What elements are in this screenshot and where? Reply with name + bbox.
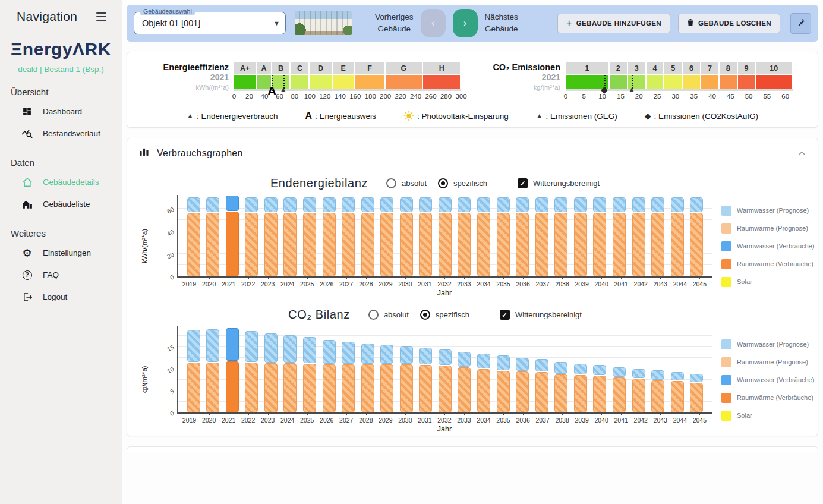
x-tick-label: 2031 [415,281,434,288]
warmwasser-segment [554,197,567,213]
legend-item[interactable]: Warmwasser (Prognose) [721,339,818,349]
delete-building-button[interactable]: GEBÄUDE LÖSCHEN [678,14,780,33]
warmwasser-segment [458,197,471,213]
sidebar-item-gebäudeliste[interactable]: Gebäudeliste [0,193,122,215]
question-icon: ? [21,269,33,281]
raumwaerme-segment [651,380,664,412]
legend-item[interactable]: Warmwasser (Verbräuche) [721,241,818,251]
absolut-radio[interactable] [368,310,379,320]
scale-band-color [610,75,627,89]
scale-band-color [720,75,737,89]
legend-item[interactable]: Solar [721,277,818,287]
raumwaerme-segment [303,213,316,276]
building-select[interactable]: Gebäudeauswahl Objekt 01 [001] ▼ [134,12,286,34]
legend-item[interactable]: Warmwasser (Prognose) [721,206,818,216]
x-tick-label: 2022 [238,417,258,424]
raumwaerme-segment [419,213,432,276]
legend-swatch [721,241,731,251]
scale-band-label: 5 [664,62,682,74]
raumwaerme-segment [535,372,548,412]
bar-2032 [439,197,452,276]
warmwasser-segment [554,362,567,374]
raumwaerme-segment [497,371,510,412]
legend-item[interactable]: Solar [721,411,818,421]
add-building-button[interactable]: + GEBÄUDE HINZUFÜGEN [557,14,670,33]
bar-2034 [477,354,490,412]
scale-tick-label: 120 [319,93,330,100]
warmwasser-segment [477,354,490,368]
legend-item[interactable]: Raumwärme (Prognose) [721,357,818,367]
sidebar-item-faq[interactable]: ?FAQ [0,264,122,286]
warmwasser-segment [264,197,278,213]
x-tick-label: 2024 [278,417,297,424]
bar-2043 [651,197,664,276]
spezifisch-radio[interactable] [438,178,448,188]
scale-tick-label: 280 [440,93,452,100]
raumwaerme-segment [380,364,393,412]
x-tick-label: 2045 [690,417,710,424]
next-building-button[interactable]: › [453,9,478,37]
sidebar-item-einstellungen[interactable]: ⚙Einstellungen [0,242,122,264]
legend-label: Raumwärme (Verbräuche) [737,260,813,267]
raumwaerme-segment [361,364,374,412]
legend-item[interactable]: Raumwärme (Verbräuche) [721,259,818,269]
raumwaerme-segment [245,363,258,412]
scale-band-label: 1 [566,62,608,74]
scale-tick-label: 30 [671,93,679,100]
previous-building-button[interactable]: ‹ [421,9,446,37]
x-tick-label: 2027 [336,281,356,288]
scale-tick-label: 220 [395,93,406,100]
warmwasser-segment [361,344,374,364]
raumwaerme-segment [187,213,200,276]
legend-item[interactable]: Warmwasser (Verbräuche) [721,375,818,385]
scale-band-label: G [386,62,422,74]
legend-item[interactable]: Raumwärme (Prognose) [721,223,818,234]
x-tick-label: 2034 [474,281,494,288]
collapse-chevron-icon[interactable] [798,151,806,156]
sidebar-item-label: Einstellungen [43,248,91,257]
warmwasser-segment [439,349,452,365]
logout-icon [21,291,33,303]
legend-item[interactable]: Raumwärme (Verbräuche) [721,393,818,403]
sidebar-item-dashboard[interactable]: Dashboard [0,100,122,122]
witterungsbereinigt-checkbox[interactable] [500,310,510,320]
raumwaerme-segment [342,213,355,276]
bar-2044 [671,197,684,276]
main-content: Gebäudeauswahl Objekt 01 [001] ▼ Vorheri… [122,0,823,504]
scale-band-color [333,75,354,89]
scale-unit: kg/(m²*a) [484,84,560,91]
sidebar-item-gebäudedetails[interactable]: Gebäudedetails [0,171,122,193]
x-tick-label: 2023 [258,281,278,288]
raumwaerme-segment [226,361,239,412]
x-tick-label: 2029 [376,417,395,424]
trend-chart-icon [21,128,33,139]
witterungsbereinigt-checkbox[interactable] [518,178,528,188]
legend-label: Warmwasser (Verbräuche) [737,376,814,383]
x-tick-label: 2042 [631,417,651,424]
x-tick-label: 2039 [572,281,592,288]
x-tick-label: 2025 [297,417,317,424]
warmwasser-segment [283,197,297,213]
bar-2037 [535,197,548,276]
spezifisch-radio[interactable] [420,310,430,320]
sidebar-item-bestandsverlauf[interactable]: Bestandsverlauf [0,122,122,144]
bar-2021 [226,328,239,412]
sidebar-item-logout[interactable]: Logout [0,286,122,308]
bar-2031 [419,348,432,412]
scale-band-label: H [423,62,460,74]
bar-2035 [497,197,510,276]
scale-tick-label: 45 [727,93,734,100]
bar-2038 [554,197,567,276]
bar-2042 [632,197,645,276]
hamburger-menu-icon[interactable] [94,10,109,23]
warmwasser-segment [613,197,626,213]
pin-button[interactable] [790,13,811,34]
x-tick-label: 2033 [454,417,474,424]
consumption-graphs-card: Verbrauchsgraphen Endenergiebilanz absol… [127,138,818,436]
absolut-radio[interactable] [386,178,396,188]
scale-legend-item: A : Energieausweis [305,111,376,121]
bar-2027 [342,197,355,276]
bar-2029 [380,197,393,276]
x-tick-label: 2040 [592,281,611,288]
y-tick-label: 0 [155,410,175,424]
